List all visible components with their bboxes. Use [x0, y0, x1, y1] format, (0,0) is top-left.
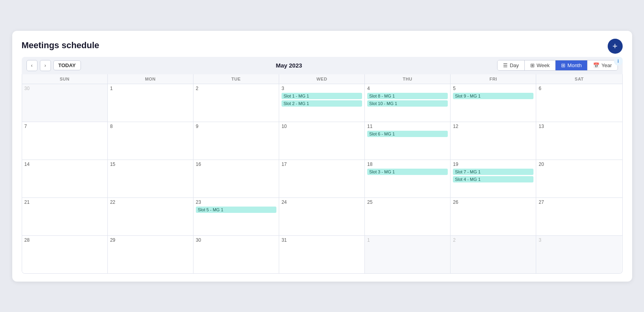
info-button[interactable]: i: [614, 57, 623, 66]
day-cell[interactable]: 17: [279, 160, 365, 197]
day-cell[interactable]: 30: [22, 84, 108, 122]
day-number: 8: [110, 124, 191, 129]
main-card: Meetings schedule + i ‹ › TODAY May 2023…: [12, 31, 632, 282]
day-cell[interactable]: 7: [22, 122, 108, 160]
day-cell[interactable]: 29: [108, 236, 193, 273]
day-view-icon: ☰: [503, 62, 508, 68]
month-view-label: Month: [567, 62, 582, 68]
day-view-label: Day: [510, 62, 519, 68]
day-cell[interactable]: 1: [365, 236, 451, 273]
day-cell[interactable]: 11Slot 6 - MG 1: [365, 122, 451, 160]
day-number: 21: [24, 199, 105, 205]
weeks-container: 30123Slot 1 - MG 1Slot 2 - MG 14Slot 8 -…: [22, 84, 622, 273]
calendar-event[interactable]: Slot 6 - MG 1: [367, 131, 448, 137]
week-row-0: 30123Slot 1 - MG 1Slot 2 - MG 14Slot 8 -…: [22, 84, 622, 122]
day-cell[interactable]: 22: [108, 198, 193, 235]
calendar-nav: ‹ › TODAY: [26, 60, 81, 71]
calendar-grid: SUNMONTUEWEDTHUFRISAT 30123Slot 1 - MG 1…: [22, 74, 623, 274]
view-buttons: ☰ Day ⊞ Week ⊞ Month 📅 Year: [497, 60, 618, 71]
add-button[interactable]: +: [608, 39, 623, 54]
day-number: 31: [282, 237, 362, 243]
day-cell[interactable]: 3: [536, 236, 622, 273]
day-number: 22: [110, 199, 191, 205]
calendar-toolbar: ‹ › TODAY May 2023 ☰ Day ⊞ Week ⊞ Month …: [22, 57, 623, 74]
day-number: 30: [24, 86, 105, 91]
day-cell[interactable]: 2: [193, 84, 279, 122]
day-cell[interactable]: 4Slot 8 - MG 1Slot 10 - MG 1: [365, 84, 451, 122]
today-button[interactable]: TODAY: [53, 60, 81, 70]
day-cell[interactable]: 8: [108, 122, 193, 160]
day-number: 13: [539, 124, 620, 129]
day-cell[interactable]: 15: [108, 160, 193, 197]
day-cell[interactable]: 19Slot 7 - MG 1Slot 4 - MG 1: [451, 160, 536, 197]
day-number: 3: [539, 237, 620, 243]
month-view-icon: ⊞: [561, 62, 565, 68]
day-number: 6: [539, 86, 620, 91]
day-number: 24: [282, 199, 362, 205]
day-cell[interactable]: 3Slot 1 - MG 1Slot 2 - MG 1: [279, 84, 365, 122]
day-number: 16: [196, 162, 276, 167]
calendar-event[interactable]: Slot 10 - MG 1: [367, 100, 448, 107]
day-cell[interactable]: 13: [536, 122, 622, 160]
top-right-actions: + i: [608, 39, 623, 66]
day-cell[interactable]: 9: [193, 122, 279, 160]
day-number: 7: [24, 124, 105, 129]
page-title: Meetings schedule: [22, 40, 623, 51]
day-cell[interactable]: 1: [108, 84, 193, 122]
day-cell[interactable]: 5Slot 9 - MG 1: [451, 84, 536, 122]
calendar-title: May 2023: [276, 62, 302, 69]
week-view-label: Week: [537, 62, 550, 68]
view-day-button[interactable]: ☰ Day: [498, 60, 525, 70]
day-headers: SUNMONTUEWEDTHUFRISAT: [22, 74, 622, 84]
calendar-event[interactable]: Slot 7 - MG 1: [453, 169, 533, 175]
day-cell[interactable]: 21: [22, 198, 108, 235]
day-header-thu: THU: [365, 74, 451, 84]
day-number: 29: [110, 237, 191, 243]
day-number: 2: [196, 86, 276, 91]
day-number: 23: [196, 199, 276, 205]
calendar-event[interactable]: Slot 8 - MG 1: [367, 93, 448, 99]
day-cell[interactable]: 6: [536, 84, 622, 122]
day-cell[interactable]: 23Slot 5 - MG 1: [193, 198, 279, 235]
prev-button[interactable]: ‹: [26, 60, 38, 71]
week-row-4: 28293031123: [22, 236, 622, 273]
day-number: 9: [196, 124, 276, 129]
calendar-event[interactable]: Slot 9 - MG 1: [453, 93, 533, 99]
day-cell[interactable]: 16: [193, 160, 279, 197]
day-number: 27: [539, 199, 620, 205]
day-cell[interactable]: 30: [193, 236, 279, 273]
day-number: 30: [196, 237, 276, 243]
day-cell[interactable]: 27: [536, 198, 622, 235]
day-number: 1: [110, 86, 191, 91]
day-number: 18: [367, 162, 448, 167]
day-cell[interactable]: 10: [279, 122, 365, 160]
day-cell[interactable]: 28: [22, 236, 108, 273]
next-button[interactable]: ›: [40, 60, 51, 71]
day-header-sun: SUN: [22, 74, 108, 84]
calendar-event[interactable]: Slot 1 - MG 1: [282, 93, 362, 99]
day-cell[interactable]: 12: [451, 122, 536, 160]
view-week-button[interactable]: ⊞ Week: [525, 60, 556, 70]
day-number: 4: [367, 86, 448, 91]
day-header-sat: SAT: [536, 74, 622, 84]
day-number: 19: [453, 162, 533, 167]
day-number: 26: [453, 199, 533, 205]
calendar-event[interactable]: Slot 5 - MG 1: [196, 207, 276, 213]
day-cell[interactable]: 24: [279, 198, 365, 235]
calendar-event[interactable]: Slot 4 - MG 1: [453, 176, 533, 182]
day-header-mon: MON: [108, 74, 193, 84]
view-month-button[interactable]: ⊞ Month: [556, 60, 588, 70]
year-view-icon: 📅: [593, 62, 599, 68]
day-cell[interactable]: 14: [22, 160, 108, 197]
day-cell[interactable]: 20: [536, 160, 622, 197]
day-cell[interactable]: 26: [451, 198, 536, 235]
calendar-event[interactable]: Slot 2 - MG 1: [282, 100, 362, 107]
day-cell[interactable]: 31: [279, 236, 365, 273]
day-number: 12: [453, 124, 533, 129]
calendar-event[interactable]: Slot 3 - MG 1: [367, 169, 448, 175]
day-cell[interactable]: 18Slot 3 - MG 1: [365, 160, 451, 197]
day-number: 17: [282, 162, 362, 167]
day-cell[interactable]: 25: [365, 198, 451, 235]
day-number: 2: [453, 237, 533, 243]
day-cell[interactable]: 2: [451, 236, 536, 273]
